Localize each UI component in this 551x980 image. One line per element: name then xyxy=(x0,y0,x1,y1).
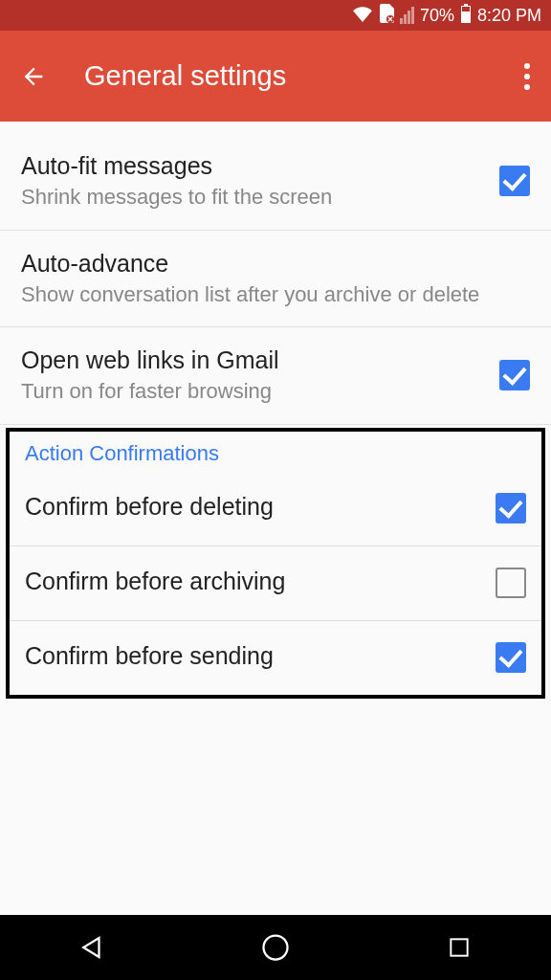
navigation-bar xyxy=(0,915,551,980)
setting-title: Confirm before archiving xyxy=(25,568,484,595)
setting-title: Auto-fit messages xyxy=(21,152,488,180)
app-bar: General settings xyxy=(0,31,551,122)
confirm-delete-checkbox[interactable] xyxy=(496,493,526,523)
auto-fit-checkbox[interactable] xyxy=(499,166,530,196)
wifi-icon xyxy=(352,5,373,27)
status-icons: 70% 8:20 PM xyxy=(352,4,541,28)
back-button[interactable] xyxy=(19,62,48,91)
setting-open-web-links[interactable]: Open web links in Gmail Turn on for fast… xyxy=(0,327,551,425)
nav-recent-button[interactable] xyxy=(438,926,480,969)
action-confirmations-section: Action Confirmations Confirm before dele… xyxy=(6,428,545,699)
confirm-send-checkbox[interactable] xyxy=(496,642,526,673)
confirm-delete-row[interactable]: Confirm before deleting xyxy=(10,472,541,546)
overflow-menu-button[interactable] xyxy=(524,63,530,90)
confirm-archive-row[interactable]: Confirm before archiving xyxy=(10,546,541,621)
web-links-checkbox[interactable] xyxy=(499,360,530,390)
signal-icon xyxy=(400,7,414,24)
section-header: Action Confirmations xyxy=(10,432,541,472)
setting-subtitle: Turn on for faster browsing xyxy=(21,378,488,405)
setting-title: Auto-advance xyxy=(21,250,530,278)
confirm-archive-checkbox[interactable] xyxy=(496,568,526,598)
battery-icon xyxy=(460,4,472,28)
setting-subtitle: Show conversation list after you archive… xyxy=(21,281,530,308)
settings-list: Auto-fit messages Shrink messages to fit… xyxy=(0,122,551,699)
svg-rect-5 xyxy=(451,939,467,955)
setting-subtitle: Shrink messages to fit the screen xyxy=(21,184,488,211)
battery-pct: 70% xyxy=(420,6,454,26)
setting-auto-fit[interactable]: Auto-fit messages Shrink messages to fit… xyxy=(0,133,551,231)
nav-home-button[interactable] xyxy=(254,926,297,969)
svg-point-4 xyxy=(264,936,288,960)
nav-back-button[interactable] xyxy=(71,926,113,969)
status-bar: 70% 8:20 PM xyxy=(0,0,551,31)
setting-title: Confirm before deleting xyxy=(25,493,484,521)
svg-rect-3 xyxy=(462,7,470,11)
confirm-send-row[interactable]: Confirm before sending xyxy=(10,621,541,695)
setting-auto-advance[interactable]: Auto-advance Show conversation list afte… xyxy=(0,231,551,328)
setting-title: Confirm before sending xyxy=(25,642,484,670)
page-title: General settings xyxy=(84,60,286,92)
clock-time: 8:20 PM xyxy=(477,6,541,26)
svg-rect-2 xyxy=(464,4,468,6)
setting-title: Open web links in Gmail xyxy=(21,346,488,374)
sim-icon xyxy=(379,4,394,28)
